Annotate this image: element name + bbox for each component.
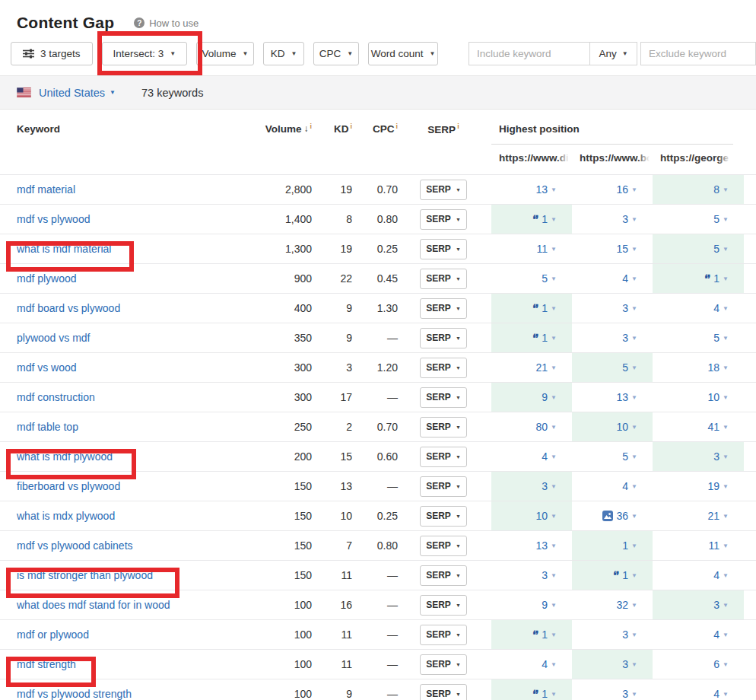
- position-dropdown[interactable]: 10▼: [708, 391, 729, 403]
- position-dropdown[interactable]: ❛❜1▼: [532, 688, 557, 700]
- serp-dropdown-button[interactable]: SERP▼: [420, 684, 467, 700]
- keyword-link[interactable]: mdf vs plywood cabinets: [17, 539, 133, 552]
- keyword-link[interactable]: is mdf stronger than plywood: [17, 569, 153, 581]
- position-dropdown[interactable]: 5▼: [622, 450, 637, 463]
- column-header-cpc[interactable]: CPC i: [352, 123, 398, 135]
- serp-dropdown-button[interactable]: SERP▼: [420, 180, 467, 200]
- keyword-link[interactable]: mdf board vs plywood: [17, 302, 120, 314]
- keyword-link[interactable]: fiberboard vs plywood: [17, 480, 120, 492]
- keyword-link[interactable]: mdf material: [17, 183, 75, 196]
- keyword-link[interactable]: mdf strength: [17, 658, 76, 670]
- kd-filter-dropdown[interactable]: KD ▼: [263, 42, 304, 65]
- column-header-keyword[interactable]: Keyword: [0, 123, 251, 135]
- position-dropdown[interactable]: 5▼: [622, 361, 637, 374]
- cpc-filter-dropdown[interactable]: CPC ▼: [313, 42, 359, 65]
- serp-dropdown-button[interactable]: SERP▼: [420, 417, 467, 438]
- position-dropdown[interactable]: 3▼: [622, 302, 637, 314]
- keyword-link[interactable]: mdf table top: [17, 421, 78, 433]
- position-dropdown[interactable]: 36▼: [602, 510, 638, 522]
- serp-dropdown-button[interactable]: SERP▼: [420, 298, 467, 319]
- position-dropdown[interactable]: 3▼: [622, 658, 637, 670]
- serp-dropdown-button[interactable]: SERP▼: [420, 209, 467, 230]
- position-dropdown[interactable]: 4▼: [713, 302, 729, 314]
- keyword-link[interactable]: what does mdf stand for in wood: [17, 599, 170, 611]
- country-selector[interactable]: United States ▼: [39, 87, 116, 99]
- keyword-link[interactable]: mdf construction: [17, 391, 95, 403]
- position-dropdown[interactable]: 11▼: [709, 539, 729, 552]
- position-dropdown[interactable]: 3▼: [622, 332, 637, 344]
- word-count-filter-dropdown[interactable]: Word count ▼: [368, 42, 438, 65]
- position-dropdown[interactable]: ❛❜1▼: [532, 332, 557, 344]
- serp-dropdown-button[interactable]: SERP▼: [420, 536, 467, 556]
- position-dropdown[interactable]: 4▼: [542, 658, 557, 670]
- target-url-column-3[interactable]: https://george: [653, 152, 744, 164]
- position-dropdown[interactable]: 80▼: [536, 421, 557, 433]
- keyword-link[interactable]: what is mdf plywood: [17, 450, 113, 463]
- position-dropdown[interactable]: 4▼: [713, 628, 729, 641]
- how-to-use-link[interactable]: ? How to use: [134, 18, 199, 29]
- position-dropdown[interactable]: 21▼: [708, 510, 729, 522]
- position-dropdown[interactable]: ❛❜1▼: [532, 302, 557, 314]
- position-dropdown[interactable]: 9▼: [542, 391, 557, 403]
- position-dropdown[interactable]: 15▼: [617, 243, 638, 255]
- position-dropdown[interactable]: 3▼: [622, 213, 637, 225]
- intersect-dropdown[interactable]: Intersect: 3 ▼: [102, 42, 187, 65]
- keyword-link[interactable]: plywood vs mdf: [17, 332, 90, 344]
- serp-dropdown-button[interactable]: SERP▼: [420, 269, 467, 289]
- position-dropdown[interactable]: 4▼: [713, 688, 729, 700]
- position-dropdown[interactable]: ❛❜1▼: [532, 213, 557, 225]
- serp-dropdown-button[interactable]: SERP▼: [420, 447, 467, 467]
- serp-dropdown-button[interactable]: SERP▼: [420, 595, 467, 616]
- position-dropdown[interactable]: 19▼: [708, 480, 729, 492]
- keyword-link[interactable]: mdf plywood: [17, 272, 77, 285]
- position-dropdown[interactable]: ❛❜1▼: [532, 628, 557, 641]
- serp-dropdown-button[interactable]: SERP▼: [420, 506, 467, 527]
- position-dropdown[interactable]: 3▼: [542, 480, 557, 492]
- keyword-link[interactable]: what is mdf material: [17, 243, 111, 255]
- position-dropdown[interactable]: 5▼: [713, 332, 729, 344]
- column-header-volume[interactable]: Volume ↓ i: [251, 123, 312, 135]
- position-dropdown[interactable]: 1▼: [622, 539, 637, 552]
- position-dropdown[interactable]: 13▼: [536, 183, 557, 196]
- position-dropdown[interactable]: 9▼: [542, 599, 557, 611]
- serp-dropdown-button[interactable]: SERP▼: [420, 476, 467, 497]
- position-dropdown[interactable]: 41▼: [708, 421, 729, 433]
- position-dropdown[interactable]: 3▼: [713, 599, 729, 611]
- keyword-link[interactable]: mdf vs plywood strength: [17, 688, 132, 700]
- position-dropdown[interactable]: 4▼: [713, 569, 729, 581]
- position-dropdown[interactable]: 4▼: [622, 480, 637, 492]
- position-dropdown[interactable]: 32▼: [617, 599, 638, 611]
- target-url-column-2[interactable]: https://www.bo: [572, 152, 653, 164]
- position-dropdown[interactable]: 21▼: [536, 361, 557, 374]
- position-dropdown[interactable]: ❛❜1▼: [613, 569, 637, 581]
- keyword-link[interactable]: what is mdx plywood: [17, 510, 115, 522]
- position-dropdown[interactable]: 3▼: [542, 569, 557, 581]
- serp-dropdown-button[interactable]: SERP▼: [420, 625, 467, 645]
- serp-dropdown-button[interactable]: SERP▼: [420, 239, 467, 259]
- column-header-kd[interactable]: KD i: [312, 123, 352, 135]
- serp-dropdown-button[interactable]: SERP▼: [420, 565, 467, 586]
- position-dropdown[interactable]: 4▼: [622, 272, 637, 285]
- position-dropdown[interactable]: 4▼: [542, 450, 557, 463]
- position-dropdown[interactable]: 3▼: [622, 628, 637, 641]
- position-dropdown[interactable]: 13▼: [536, 539, 557, 552]
- position-dropdown[interactable]: ❛❜1▼: [704, 272, 729, 285]
- exclude-keyword-input[interactable]: [640, 42, 756, 65]
- any-mode-dropdown[interactable]: Any ▼: [589, 43, 637, 65]
- targets-button[interactable]: 3 targets: [11, 42, 93, 65]
- keyword-link[interactable]: mdf or plywood: [17, 628, 89, 641]
- position-dropdown[interactable]: 8▼: [713, 183, 729, 196]
- position-dropdown[interactable]: 3▼: [713, 450, 729, 463]
- position-dropdown[interactable]: 5▼: [713, 243, 729, 255]
- position-dropdown[interactable]: 11▼: [537, 243, 557, 255]
- position-dropdown[interactable]: 3▼: [622, 688, 637, 700]
- target-url-column-1[interactable]: https://www.di: [491, 152, 572, 164]
- position-dropdown[interactable]: 10▼: [536, 510, 557, 522]
- volume-filter-dropdown[interactable]: Volume ▼: [196, 42, 254, 65]
- keyword-link[interactable]: mdf vs wood: [17, 361, 77, 374]
- include-keyword-input[interactable]: [469, 43, 589, 65]
- position-dropdown[interactable]: 5▼: [713, 213, 729, 225]
- serp-dropdown-button[interactable]: SERP▼: [420, 358, 467, 378]
- position-dropdown[interactable]: 16▼: [617, 183, 638, 196]
- keyword-link[interactable]: mdf vs plywood: [17, 213, 90, 225]
